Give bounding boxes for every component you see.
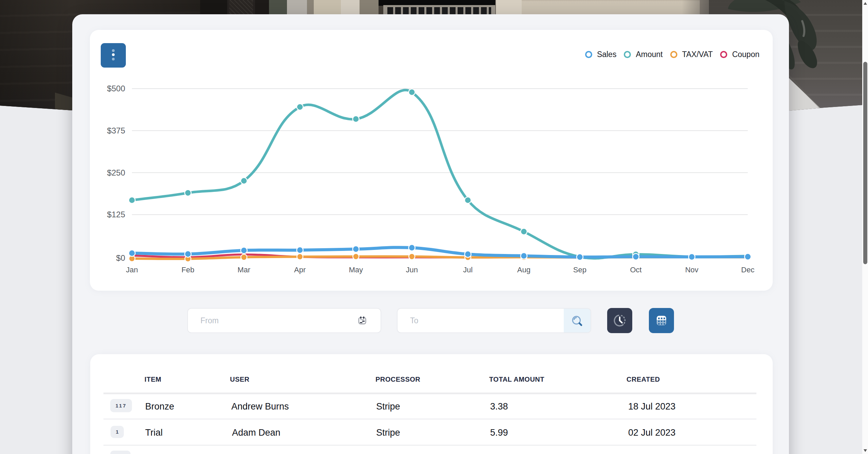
svg-text:Sep: Sep — [573, 266, 586, 274]
svg-text:Jun: Jun — [406, 266, 418, 274]
svg-text:$375: $375 — [107, 126, 125, 135]
svg-text:Jan: Jan — [126, 266, 138, 274]
svg-text:Nov: Nov — [685, 266, 698, 274]
svg-text:$250: $250 — [107, 168, 125, 177]
svg-text:$125: $125 — [107, 210, 125, 219]
svg-text:Jul: Jul — [463, 266, 472, 274]
svg-text:May: May — [349, 266, 363, 274]
svg-text:$0: $0 — [116, 253, 125, 262]
svg-text:$500: $500 — [107, 84, 125, 93]
svg-text:Apr: Apr — [294, 266, 306, 274]
svg-text:Feb: Feb — [181, 266, 194, 274]
svg-text:Aug: Aug — [517, 266, 531, 274]
svg-text:Oct: Oct — [630, 266, 641, 274]
svg-text:Dec: Dec — [741, 266, 754, 274]
svg-text:Mar: Mar — [237, 266, 250, 274]
